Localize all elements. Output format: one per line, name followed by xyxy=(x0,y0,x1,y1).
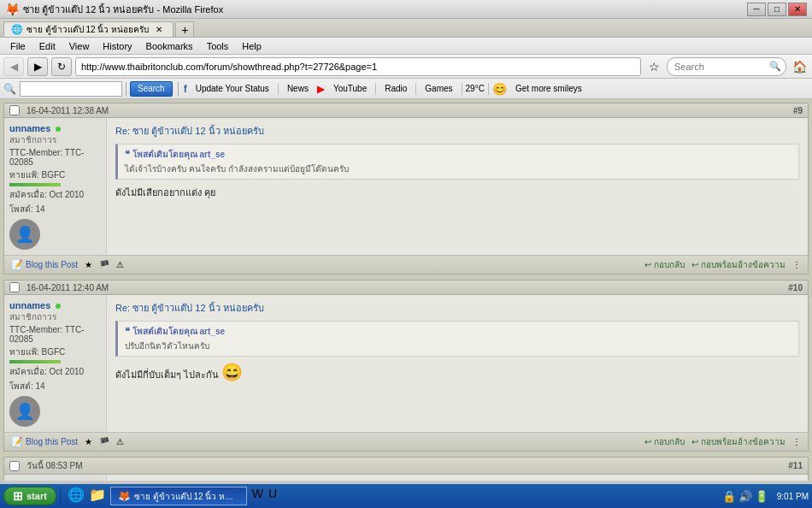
post-footer: 📝 Blog this Post ★ 🏴 ⚠ ↩ กอบกลับ ↩ กอบพร… xyxy=(4,255,808,274)
new-tab-button[interactable]: + xyxy=(175,21,194,37)
star-icon[interactable]: ★ xyxy=(85,260,92,269)
menu-help[interactable]: Help xyxy=(235,38,268,54)
post-content-area: ตอบ: Re: ซาย ตู้ข้าวแต๊ป 12 นิ้ว หน่อยคร… xyxy=(107,475,808,481)
post-checkbox[interactable] xyxy=(9,282,20,292)
menu-history[interactable]: History xyxy=(96,38,138,54)
windows-logo: ⊞ xyxy=(13,489,23,503)
reply-icon: ↩ xyxy=(644,437,651,446)
word-icon[interactable]: W xyxy=(252,487,263,505)
system-tray: 🔒 🔊 🔋 9:01 PM xyxy=(722,490,809,503)
explorer-icon[interactable]: 📁 xyxy=(89,487,106,505)
bookmarks-toolbar: 🔍 Search f Update Your Status News ▶ You… xyxy=(0,79,812,99)
post-number: #9 xyxy=(793,106,803,115)
smiley-icon: 😊 xyxy=(492,82,507,96)
start-button[interactable]: ⊞ start xyxy=(3,487,56,505)
post-number: #10 xyxy=(788,283,803,292)
youtube-btn[interactable]: YouTube xyxy=(328,84,372,93)
multireply-icon: ↩ xyxy=(691,260,698,269)
blog-icon: 📝 xyxy=(11,436,23,447)
taskbar-item-icon: 🦊 xyxy=(118,490,131,502)
toolbar-search-input[interactable] xyxy=(20,81,122,97)
search-input[interactable] xyxy=(667,57,786,76)
reputation-bar xyxy=(9,183,61,186)
flag-icon[interactable]: 🏴 xyxy=(99,260,109,269)
minimize-button[interactable]: ─ xyxy=(747,3,766,16)
username[interactable]: unnames xyxy=(9,300,50,310)
post-header: 16-04-2011 12:38 AM #9 xyxy=(4,103,808,118)
reply-btn[interactable]: ↩ กอบกลับ xyxy=(644,258,685,271)
online-indicator xyxy=(56,127,61,132)
facebook-icon: f xyxy=(184,83,187,95)
weather-temp: 29°C xyxy=(466,84,485,93)
blog-post-btn[interactable]: 📝 Blog this Post xyxy=(11,259,78,270)
window-title: ซาย ตู้ข้าวแต๊ป 12 นิ้ว หน่อยครับ - Mozi… xyxy=(23,2,747,17)
bookmark-star-icon[interactable]: ☆ xyxy=(644,57,663,76)
post-number: #11 xyxy=(788,461,803,470)
post-block: วันนี้ 08:53 PM #11 art_se สมาชิกถาวร TT… xyxy=(3,457,809,481)
post-message: ดังไม่มีเสียกอยากแต่ง คุย xyxy=(115,185,799,200)
post-checkbox[interactable] xyxy=(9,105,20,115)
tab-close-icon[interactable]: ✕ xyxy=(156,25,162,34)
taskbar-item-label: ซาย ตู้ข้าวแต๊ป 12 นิ้ว หน่อยครับ xyxy=(134,490,239,503)
address-bar[interactable] xyxy=(75,57,641,76)
menu-tools[interactable]: Tools xyxy=(200,38,236,54)
online-indicator xyxy=(56,304,61,309)
username[interactable]: art_se xyxy=(9,480,37,481)
post-message: ดังไม่มีกี่บับเต็มๆ ไปละกัน 😄 xyxy=(115,362,799,382)
menu-edit[interactable]: Edit xyxy=(32,38,62,54)
update-status-btn[interactable]: Update Your Status xyxy=(191,84,274,93)
blog-post-btn[interactable]: 📝 Blog this Post xyxy=(11,436,78,447)
back-button[interactable]: ◀ xyxy=(3,57,24,76)
multireply-btn[interactable]: ↩ กอบพร้อมอ้างข้อความ xyxy=(691,258,786,271)
radio-btn[interactable]: Radio xyxy=(380,84,412,93)
user-team: ทายแฟ้: BGFC xyxy=(9,346,101,358)
search-icon: 🔍 xyxy=(769,61,781,72)
quote-box: ❝ โพสต์เดิมโดยคุณ art_se ได้เจ้าไรบ้างคร… xyxy=(115,144,799,180)
home-button[interactable]: 🏠 xyxy=(790,57,809,76)
menu-file[interactable]: File xyxy=(3,38,32,54)
extra-icon[interactable]: ⋮ xyxy=(792,437,801,446)
blog-icon: 📝 xyxy=(11,259,23,270)
refresh-button[interactable]: ↻ xyxy=(51,57,72,76)
multireply-btn[interactable]: ↩ กอบพร้อมอ้างข้อความ xyxy=(691,435,786,448)
report-icon[interactable]: ⚠ xyxy=(116,437,124,446)
taskbar-window-item[interactable]: 🦊 ซาย ตู้ข้าวแต๊ป 12 นิ้ว หน่อยครับ xyxy=(110,487,247,505)
user-joined: สมัครเมื่อ: Oct 2010 xyxy=(9,365,101,378)
extra-icon[interactable]: ⋮ xyxy=(792,260,801,269)
reply-btn[interactable]: ↩ กอบกลับ xyxy=(644,435,685,448)
youtube-icon: ▶ xyxy=(317,83,325,95)
firefox-icon: 🦊 xyxy=(5,3,20,16)
post-header: 16-04-2011 12:40 AM #10 xyxy=(4,281,808,295)
get-smileys-btn[interactable]: Get more smileys xyxy=(510,84,587,93)
flag-icon[interactable]: 🏴 xyxy=(99,437,109,446)
forum-background: 16-04-2011 12:38 AM #9 unnames สมาชิกถาว… xyxy=(0,99,812,481)
post-checkbox[interactable] xyxy=(9,461,20,471)
post-footer: 📝 Blog this Post ★ 🏴 ⚠ ↩ กอบกลับ ↩ กอบพร… xyxy=(4,432,808,451)
games-btn[interactable]: Games xyxy=(420,84,457,93)
menu-bar: File Edit View History Bookmarks Tools H… xyxy=(0,38,812,55)
report-icon[interactable]: ⚠ xyxy=(116,260,124,269)
reply-icon: ↩ xyxy=(644,260,651,269)
app-icon[interactable]: U xyxy=(268,487,277,505)
ie-icon[interactable]: 🌐 xyxy=(68,487,85,505)
close-button[interactable]: ✕ xyxy=(788,3,807,16)
menu-view[interactable]: View xyxy=(62,38,97,54)
nav-bar: ◀ ▶ ↻ ☆ 🔍 🏠 xyxy=(0,55,812,79)
news-btn[interactable]: News xyxy=(282,84,314,93)
network-icon: 🔒 xyxy=(722,490,736,503)
quote-text: ได้เจ้าไรบ้างครับ คนใจครับ กำลังสงครามแต… xyxy=(125,162,791,175)
forward-button[interactable]: ▶ xyxy=(27,57,48,76)
multireply-icon: ↩ xyxy=(691,437,698,446)
browser-tab[interactable]: 🌐 ซาย ตู้ข้าวแต๊ป 12 นิ้ว หน่อยครับ ✕ xyxy=(3,21,174,37)
maximize-button[interactable]: □ xyxy=(768,3,786,16)
post-header: วันนี้ 08:53 PM #11 xyxy=(4,458,808,475)
post-content-area: Re: ซาย ตู้ข้าวแต๊ป 12 นิ้ว หน่อยครับ ❝ … xyxy=(107,118,808,255)
search-button[interactable]: Search xyxy=(130,81,173,97)
post-body: art_se สมาชิกถาวร TTC-Member: TTC-00855 … xyxy=(4,475,808,481)
menu-bookmarks[interactable]: Bookmarks xyxy=(139,38,200,54)
star-icon[interactable]: ★ xyxy=(85,437,92,446)
taskbar-items: 🌐 📁 🦊 ซาย ตู้ข้าวแต๊ป 12 นิ้ว หน่อยครับ … xyxy=(68,487,277,505)
user-role: สมาชิกถาวร xyxy=(9,310,101,323)
username[interactable]: unnames xyxy=(9,123,50,133)
tray-icons: 🔒 🔊 🔋 xyxy=(722,490,768,503)
